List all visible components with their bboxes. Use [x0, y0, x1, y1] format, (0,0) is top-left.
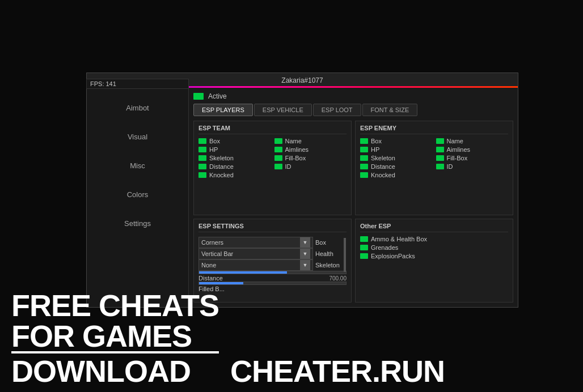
team-fillbox-cb[interactable]	[274, 155, 282, 161]
sidebar: Aimbot Visual Misc Colors Settings	[87, 88, 189, 307]
enemy-skeleton-row: Skeleton	[360, 155, 433, 161]
enemy-hp-row: HP	[360, 146, 433, 153]
team-knocked-cb[interactable]	[198, 172, 206, 178]
enemy-id-row: ID	[436, 163, 509, 170]
enemy-knocked-cb[interactable]	[360, 172, 368, 178]
dropdown-corners-arrow[interactable]: ▼	[300, 237, 310, 248]
window-title: Zakaria#1077	[281, 76, 323, 84]
enemy-id-cb[interactable]	[436, 164, 444, 169]
team-hp-label: HP	[209, 146, 218, 153]
esp-team-content: Box HP Skeleton	[198, 138, 347, 211]
dropdown-verticalbar-arrow[interactable]: ▼	[300, 249, 310, 259]
dropdown-none-arrow[interactable]: ▼	[300, 260, 310, 270]
dropdown-none[interactable]: None ▼	[198, 259, 313, 271]
esp-enemy-panel: ESP ENEMY Box HP	[355, 121, 513, 215]
enemy-box-row: Box	[360, 138, 433, 144]
slider-distance-value: 700.00	[329, 275, 347, 282]
other-ammo-row: Ammo & Health Box	[360, 236, 508, 242]
enemy-aimlines-label: Aimlines	[447, 146, 471, 153]
team-name-cb[interactable]	[274, 138, 282, 144]
enemy-box-cb[interactable]	[360, 138, 368, 144]
team-distance-cb[interactable]	[198, 164, 206, 169]
fps-value: FPS: 141	[90, 80, 116, 87]
esp-enemy-title: ESP ENEMY	[360, 125, 508, 134]
tab-esp-players[interactable]: ESP PLAYERS	[193, 104, 253, 116]
enemy-fillbox-label: Fill-Box	[447, 155, 468, 161]
esp-enemy-content: Box HP Skeleton	[360, 138, 508, 211]
esp-settings-title: ESP SETTINGS	[198, 223, 347, 232]
window-body: Aimbot Visual Misc Colors Settings Activ…	[87, 88, 518, 307]
esp-settings-panel: ESP SETTINGS Corners ▼ Box Vertical Bar	[193, 219, 352, 302]
dropdown-corners[interactable]: Corners ▼	[198, 237, 313, 248]
other-explosion-label: ExplosionPacks	[371, 253, 415, 259]
slider-distance-label: Distance	[198, 275, 230, 282]
other-grenades-row: Grenades	[360, 244, 508, 251]
team-box-row: Box	[198, 138, 271, 144]
enemy-knocked-row: Knocked	[360, 172, 433, 178]
active-label: Active	[208, 92, 227, 100]
slider-filledb-track[interactable]	[198, 282, 347, 285]
team-box-cb[interactable]	[198, 138, 206, 144]
main-content: Active ESP PLAYERS ESP VEHICLE ESP LOOT …	[189, 88, 518, 307]
settings-scrollbar[interactable]	[344, 238, 346, 272]
sidebar-item-colors[interactable]: Colors	[87, 180, 188, 209]
team-box-label: Box	[209, 138, 220, 144]
team-id-cb[interactable]	[274, 164, 282, 169]
other-explosion-cb[interactable]	[360, 253, 368, 259]
enemy-distance-label: Distance	[371, 163, 395, 170]
team-hp-row: HP	[198, 146, 271, 153]
enemy-aimlines-cb[interactable]	[436, 147, 444, 152]
sidebar-item-misc[interactable]: Misc	[87, 151, 188, 180]
team-name-row: Name	[274, 138, 347, 144]
team-knocked-label: Knocked	[209, 172, 234, 178]
enemy-hp-label: HP	[371, 146, 379, 153]
dropdown-health-row: Vertical Bar ▼ Health	[198, 248, 347, 259]
esp-team-col1: Box HP Skeleton	[198, 138, 271, 211]
tab-font-size[interactable]: FONT & SIZE	[362, 104, 418, 116]
enemy-distance-cb[interactable]	[360, 164, 368, 169]
enemy-aimlines-row: Aimlines	[436, 146, 509, 153]
team-hp-cb[interactable]	[198, 147, 206, 152]
team-skeleton-cb[interactable]	[198, 155, 206, 161]
sidebar-item-aimbot[interactable]: Aimbot	[87, 93, 188, 122]
sidebar-item-visual[interactable]: Visual	[87, 122, 188, 151]
enemy-fillbox-cb[interactable]	[436, 155, 444, 161]
team-id-label: ID	[285, 163, 292, 170]
enemy-hp-cb[interactable]	[360, 147, 368, 152]
team-aimlines-cb[interactable]	[274, 147, 282, 152]
enemy-name-label: Name	[447, 138, 463, 144]
team-fillbox-label: Fill-Box	[285, 155, 306, 161]
slider-distance-fill	[199, 271, 287, 274]
enemy-box-label: Box	[371, 138, 382, 144]
enemy-skeleton-cb[interactable]	[360, 155, 368, 161]
other-explosion-row: ExplosionPacks	[360, 253, 508, 259]
other-grenades-cb[interactable]	[360, 245, 368, 250]
enemy-name-row: Name	[436, 138, 509, 144]
team-skeleton-row: Skeleton	[198, 155, 271, 161]
dropdown-verticalbar[interactable]: Vertical Bar ▼	[198, 248, 313, 259]
enemy-name-cb[interactable]	[436, 138, 444, 144]
enemy-id-label: ID	[447, 163, 453, 170]
team-distance-label: Distance	[209, 163, 234, 170]
tab-esp-vehicle[interactable]: ESP VEHICLE	[254, 104, 312, 116]
other-ammo-label: Ammo & Health Box	[371, 236, 427, 242]
esp-settings-area: ESP SETTINGS Corners ▼ Box Vertical Bar	[193, 219, 513, 302]
esp-team-panel: ESP TEAM Box HP	[193, 121, 352, 215]
team-fillbox-row: Fill-Box	[274, 155, 347, 161]
other-ammo-cb[interactable]	[360, 236, 368, 242]
enemy-distance-row: Distance	[360, 163, 433, 170]
tab-bar: ESP PLAYERS ESP VEHICLE ESP LOOT FONT & …	[193, 104, 513, 116]
esp-settings-scroll: Corners ▼ Box Vertical Bar ▼ Health	[198, 237, 347, 299]
team-name-label: Name	[285, 138, 302, 144]
other-esp-panel: Other ESP Ammo & Health Box Grenades	[355, 219, 513, 302]
slider-filledb-label: Filled B...	[198, 286, 347, 292]
tab-esp-loot[interactable]: ESP LOOT	[313, 104, 361, 116]
slider-filledb-row: Filled B...	[198, 282, 347, 292]
slider-distance-track[interactable]	[198, 271, 347, 274]
team-aimlines-row: Aimlines	[274, 146, 347, 153]
active-row: Active	[193, 92, 513, 100]
sidebar-item-settings[interactable]: Settings	[87, 209, 188, 238]
setting-box-label: Box	[315, 239, 347, 246]
slider-distance-row: Distance 700.00	[198, 271, 347, 282]
team-skeleton-label: Skeleton	[209, 155, 234, 161]
